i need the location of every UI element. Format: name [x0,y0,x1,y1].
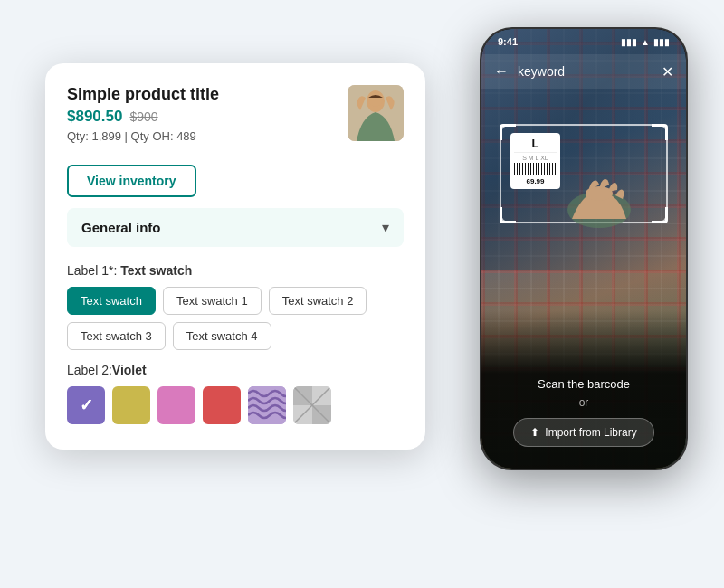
phone-screen: 9:41 ▮▮▮ ▲ ▮▮▮ ← keyword ✕ [481,29,686,469]
back-button[interactable]: ← [494,63,509,80]
view-inventory-button[interactable]: View inventory [67,165,196,197]
import-btn-label: Import from Library [545,426,636,439]
product-card: Simple product title $890.50 $900 Qty: 1… [45,63,425,450]
tag-size-options: S M L XL [514,155,557,161]
text-swatches-row: Text swatch Text swatch 1 Text swatch 2 … [67,287,404,350]
scene: Simple product title $890.50 $900 Qty: 1… [0,0,724,588]
phone-bottom-overlay: Scan the barcode or ⬆ Import from Librar… [481,310,686,469]
label2-row: Label 2:Violet [67,363,404,377]
price-row: $890.50 $900 [67,108,219,126]
svg-point-2 [368,92,383,107]
phone-status-bar: 9:41 ▮▮▮ ▲ ▮▮▮ [481,29,686,51]
battery-icon: ▮▮▮ [653,37,670,47]
tag-size: L [514,137,557,153]
tag-price: 69.99 [514,177,557,185]
label2-value: Violet [112,363,147,377]
phone-nav-bar: ← keyword ✕ [481,54,686,89]
qty-row: Qty: 1,899 | Qty OH: 489 [67,129,219,143]
import-from-library-button[interactable]: ⬆ Import from Library [513,418,653,447]
or-text: or [579,396,589,409]
text-swatch-0[interactable]: Text swatch [67,287,156,315]
corner-tr [652,124,668,140]
price-original: $900 [129,109,157,124]
scan-text: Scan the barcode [538,377,630,391]
color-swatch-gray[interactable] [293,386,331,424]
color-swatch-wave[interactable] [248,386,286,424]
text-swatch-2[interactable]: Text swatch 2 [269,287,367,315]
color-swatch-yellow[interactable] [112,386,150,424]
product-title: Simple product title [67,85,219,104]
status-icons: ▮▮▮ ▲ ▮▮▮ [621,37,670,47]
label1-row: Label 1*: Text swatch [67,263,404,278]
search-keyword[interactable]: keyword [518,64,653,79]
text-swatch-3[interactable]: Text swatch 3 [67,322,166,350]
corner-br [652,207,668,223]
price-main: $890.50 [67,108,122,126]
checkmark-icon: ✓ [67,386,105,424]
text-swatch-1[interactable]: Text swatch 1 [163,287,262,315]
hand-area [554,156,644,228]
wifi-icon: ▲ [641,37,650,47]
general-info-label: General info [81,220,161,235]
signal-icon: ▮▮▮ [621,37,637,47]
label1-colon: : [113,263,117,278]
product-image [348,85,404,141]
corner-bl [500,207,516,223]
hand-svg [554,156,644,228]
import-icon: ⬆ [530,426,539,439]
color-swatch-red[interactable] [203,386,241,424]
text-swatch-4[interactable]: Text swatch 4 [173,322,272,350]
label2-prefix: Label 2 [67,363,109,377]
chevron-down-icon: ▾ [382,219,389,236]
barcode-lines [514,163,557,175]
price-tag: L S M L XL 69.99 [510,133,560,189]
product-info: Simple product title $890.50 $900 Qty: 1… [67,85,219,143]
color-swatches-row: ✓ [67,386,404,424]
label1-prefix: Label 1 [67,263,109,278]
card-header: Simple product title $890.50 $900 Qty: 1… [67,85,404,143]
status-time: 9:41 [498,36,518,47]
phone-frame: 9:41 ▮▮▮ ▲ ▮▮▮ ← keyword ✕ [480,27,688,470]
label1-value: Text swatch [120,263,192,278]
general-info-row[interactable]: General info ▾ [67,208,404,247]
color-swatch-pink[interactable] [157,386,195,424]
close-button[interactable]: ✕ [662,63,673,81]
color-swatch-violet[interactable]: ✓ [67,386,105,424]
